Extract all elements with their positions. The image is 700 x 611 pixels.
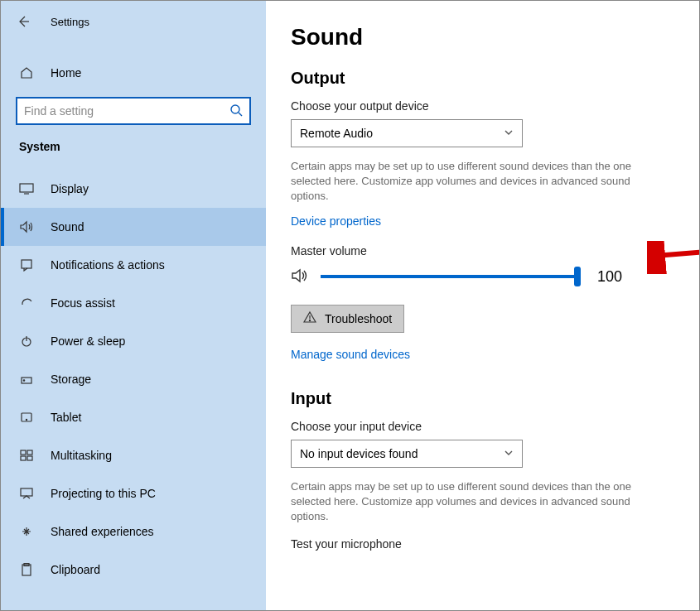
sidebar-home[interactable]: Home bbox=[1, 57, 266, 89]
troubleshoot-button[interactable]: Troubleshoot bbox=[291, 305, 404, 333]
chevron-down-icon bbox=[504, 447, 514, 460]
svg-rect-5 bbox=[22, 260, 31, 268]
svg-point-20 bbox=[309, 320, 310, 320]
svg-rect-15 bbox=[27, 456, 32, 460]
output-device-select[interactable]: Remote Audio bbox=[291, 119, 523, 147]
svg-rect-16 bbox=[21, 488, 32, 496]
warning-icon bbox=[303, 310, 316, 326]
sidebar-item-label: Power & sleep bbox=[51, 334, 125, 348]
sidebar-item-label: Storage bbox=[51, 373, 91, 386]
svg-point-11 bbox=[26, 419, 27, 420]
storage-icon bbox=[19, 373, 34, 385]
titlebar: Settings bbox=[1, 9, 266, 34]
sidebar-category: System bbox=[1, 140, 266, 153]
troubleshoot-label: Troubleshoot bbox=[325, 312, 392, 325]
master-volume-row: 100 bbox=[291, 267, 674, 286]
shared-experiences-icon bbox=[19, 525, 34, 538]
svg-point-1 bbox=[231, 105, 239, 113]
manage-sound-devices-link[interactable]: Manage sound devices bbox=[291, 348, 410, 361]
sidebar-item-focus-assist[interactable]: Focus assist bbox=[1, 284, 266, 322]
power-icon bbox=[19, 334, 34, 348]
output-description: Certain apps may be set up to use differ… bbox=[291, 159, 664, 204]
display-icon bbox=[19, 183, 34, 195]
svg-rect-12 bbox=[21, 450, 26, 455]
sidebar-item-clipboard[interactable]: Clipboard bbox=[1, 551, 266, 589]
sidebar-item-multitasking[interactable]: Multitasking bbox=[1, 436, 266, 474]
sidebar-item-label: Focus assist bbox=[51, 296, 115, 310]
output-device-value: Remote Audio bbox=[300, 127, 373, 140]
home-label: Home bbox=[51, 66, 81, 79]
search-input[interactable] bbox=[24, 104, 229, 118]
sidebar-item-storage[interactable]: Storage bbox=[1, 360, 266, 398]
sidebar-item-sound[interactable]: Sound bbox=[1, 208, 266, 246]
sidebar-item-power-sleep[interactable]: Power & sleep bbox=[1, 322, 266, 360]
search-box[interactable] bbox=[16, 97, 251, 125]
sidebar-item-label: Clipboard bbox=[51, 563, 100, 576]
input-heading: Input bbox=[291, 389, 674, 408]
sidebar-item-display[interactable]: Display bbox=[1, 170, 266, 208]
focus-assist-icon bbox=[19, 296, 34, 310]
slider-thumb[interactable] bbox=[574, 267, 581, 286]
sidebar-item-notifications[interactable]: Notifications & actions bbox=[1, 246, 266, 284]
sidebar-item-label: Display bbox=[51, 182, 89, 195]
sidebar-item-label: Multitasking bbox=[51, 449, 112, 462]
output-heading: Output bbox=[291, 69, 674, 88]
svg-rect-13 bbox=[27, 450, 32, 455]
volume-slider[interactable] bbox=[321, 275, 577, 278]
svg-line-2 bbox=[239, 113, 242, 116]
device-properties-link[interactable]: Device properties bbox=[291, 214, 381, 228]
input-device-label: Choose your input device bbox=[291, 420, 674, 433]
multitasking-icon bbox=[19, 450, 34, 461]
sidebar-item-tablet[interactable]: Tablet bbox=[1, 398, 266, 436]
speaker-icon[interactable] bbox=[291, 267, 309, 286]
main-content: Sound Output Choose your output device R… bbox=[266, 1, 699, 610]
back-icon[interactable] bbox=[16, 14, 31, 29]
sidebar-item-label: Shared experiences bbox=[51, 525, 154, 538]
volume-value: 100 bbox=[597, 268, 622, 286]
sidebar-nav: Display Sound Notifications & actions Fo… bbox=[1, 170, 266, 589]
input-description: Certain apps may be set up to use differ… bbox=[291, 479, 664, 525]
clipboard-icon bbox=[19, 563, 34, 576]
sound-icon bbox=[19, 220, 34, 233]
master-volume-label: Master volume bbox=[291, 244, 674, 257]
home-icon bbox=[19, 65, 34, 80]
sidebar: Settings Home System Display bbox=[1, 1, 266, 610]
sidebar-item-label: Projecting to this PC bbox=[51, 487, 156, 500]
app-title: Settings bbox=[51, 16, 89, 28]
tablet-icon bbox=[19, 411, 34, 423]
sidebar-item-label: Notifications & actions bbox=[51, 258, 165, 272]
input-device-value: No input devices found bbox=[300, 447, 418, 460]
notifications-icon bbox=[19, 258, 34, 272]
search-icon bbox=[229, 103, 243, 119]
sidebar-item-shared-experiences[interactable]: Shared experiences bbox=[1, 512, 266, 551]
settings-window: Settings Home System Display bbox=[0, 0, 700, 611]
svg-rect-14 bbox=[21, 456, 26, 460]
sidebar-item-projecting[interactable]: Projecting to this PC bbox=[1, 474, 266, 512]
svg-rect-3 bbox=[20, 184, 33, 192]
chevron-down-icon bbox=[504, 127, 514, 140]
test-microphone-label: Test your microphone bbox=[291, 537, 674, 551]
page-title: Sound bbox=[291, 24, 674, 51]
input-device-select[interactable]: No input devices found bbox=[291, 440, 523, 468]
sidebar-item-label: Tablet bbox=[51, 411, 81, 424]
projecting-icon bbox=[19, 488, 34, 499]
svg-point-9 bbox=[23, 380, 24, 381]
sidebar-item-label: Sound bbox=[51, 220, 84, 233]
output-device-label: Choose your output device bbox=[291, 99, 674, 113]
